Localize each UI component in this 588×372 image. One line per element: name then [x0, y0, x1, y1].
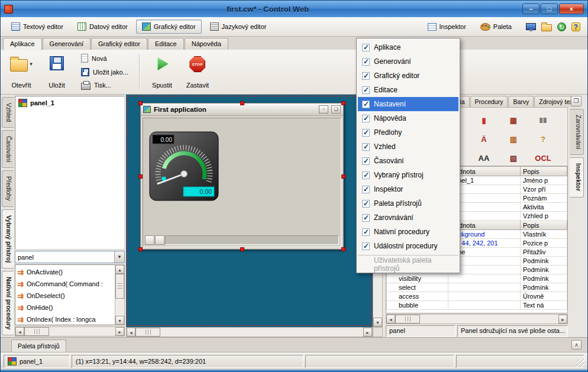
menu-item[interactable]: Událostní procedury — [358, 239, 458, 253]
tab-predlohy[interactable]: Předlohy — [2, 170, 14, 206]
chevron-down-icon[interactable] — [114, 251, 124, 263]
selection-handle[interactable] — [341, 247, 345, 251]
design-canvas[interactable]: First application ▫ ❏ — [126, 95, 383, 337]
tab-casovani[interactable]: Časování — [2, 130, 14, 168]
tab-paleta-pristroju[interactable]: Paleta přístrojů — [11, 339, 66, 352]
left-panel-scrollbar[interactable] — [15, 326, 125, 337]
close-button[interactable]: × — [559, 4, 584, 14]
scroll-left-icon[interactable] — [386, 315, 395, 324]
open-button[interactable]: ▾ Otevřít — [5, 51, 37, 92]
scroll-right-icon[interactable] — [363, 328, 372, 337]
print-button[interactable]: Tisk... — [79, 79, 131, 91]
procedure-item[interactable]: OnCommand( Command : — [17, 278, 114, 290]
selector-input[interactable] — [15, 251, 114, 263]
procedure-item[interactable]: OnIndex( Index : longca — [17, 313, 114, 325]
save-as-button[interactable]: Uložit jako... — [79, 66, 131, 78]
tree-item-panel1[interactable]: panel_1 — [17, 98, 122, 108]
menu-item[interactable]: Časování — [358, 154, 458, 168]
tab-graficky-editor[interactable]: Grafický editor — [91, 38, 147, 50]
menu-item[interactable]: Předlohy — [358, 125, 458, 140]
menu-item[interactable]: Paleta přístrojů — [358, 196, 458, 211]
selection-handle[interactable] — [138, 174, 143, 179]
selection-handle[interactable] — [341, 174, 345, 179]
tab-zarovnavani[interactable]: Zarovnávání — [570, 109, 584, 155]
menu-item[interactable]: Zarovnávání — [358, 211, 458, 225]
thermometer-icon[interactable]: ▮ — [482, 117, 486, 124]
menu-item[interactable]: Aplikace — [358, 40, 458, 54]
refresh-icon[interactable]: ↻ — [557, 22, 566, 31]
canvas-horizontal-scrollbar[interactable] — [126, 327, 373, 337]
float-panel-icon[interactable]: ❐ — [571, 96, 581, 106]
property-row[interactable]: select Podmínk — [387, 283, 567, 292]
menu-item[interactable]: Inspektor — [358, 182, 458, 196]
run-button[interactable]: Spustit — [146, 51, 178, 92]
table-query-icon[interactable]: ▥ — [510, 135, 517, 143]
chevron-down-icon[interactable]: ▾ — [30, 61, 33, 67]
scroll-thumb[interactable] — [135, 328, 160, 337]
preview-maximize-button[interactable]: ❏ — [331, 105, 341, 114]
scroll-down-icon[interactable] — [115, 316, 124, 325]
instrument-tree[interactable]: panel_1 — [15, 96, 125, 250]
resize-grip[interactable] — [577, 359, 585, 367]
tab-editace[interactable]: Editace — [148, 38, 184, 50]
instrument-selector[interactable] — [15, 251, 125, 263]
preview-titlebar[interactable]: First application ▫ ❏ — [141, 103, 343, 116]
scroll-thumb[interactable] — [115, 274, 124, 299]
tab-generovani[interactable]: Generování — [43, 38, 91, 50]
menu-item[interactable]: Nastavení — [358, 97, 458, 111]
inspector-toggle-button[interactable]: Inspektor — [422, 20, 472, 34]
scroll-up-icon[interactable] — [115, 265, 124, 274]
scroll-left-icon[interactable] — [127, 328, 135, 337]
tab-nativni-procedury[interactable]: Nativní procedury — [2, 271, 14, 335]
new-button[interactable]: Nová — [79, 53, 131, 64]
tab-procedury[interactable]: Procedury — [470, 96, 508, 107]
tab-text-editor[interactable]: Textový editor — [5, 20, 69, 34]
tab-vzhled[interactable]: Vzhled — [2, 97, 14, 128]
selection-handle[interactable] — [341, 101, 345, 105]
selection-handle[interactable] — [138, 101, 143, 105]
help-icon[interactable]: ? — [541, 135, 545, 143]
menu-item[interactable]: Vzhled — [358, 140, 458, 154]
selection-handle[interactable] — [240, 247, 244, 251]
maximize-button[interactable]: □ — [541, 4, 558, 14]
tab-graphic-editor[interactable]: Grafický editor — [136, 20, 202, 34]
menu-item[interactable]: Uživatelská paleta přístrojů — [358, 255, 458, 271]
procedure-item[interactable]: OnHide() — [17, 302, 114, 313]
preview-scrollbar[interactable] — [145, 235, 339, 245]
font-small-icon[interactable]: Ä — [481, 135, 486, 143]
tab-data-editor[interactable]: Datový editor — [72, 20, 134, 34]
save-button[interactable]: Uložit — [41, 51, 73, 92]
tab-aplikace[interactable]: Aplikace — [3, 38, 42, 50]
menu-item[interactable]: Nápověda — [358, 111, 458, 125]
menu-item[interactable]: Generování — [358, 54, 458, 69]
menu-item[interactable]: Grafický editor — [358, 69, 458, 83]
font-large-icon[interactable]: AA — [479, 154, 490, 162]
menu-item[interactable]: Editace — [358, 83, 458, 97]
table-small-icon[interactable]: ▧ — [510, 154, 517, 162]
property-row[interactable]: bubble Text ná — [387, 301, 567, 310]
palette-toggle-button[interactable]: Paleta — [474, 20, 518, 34]
tab-language-editor[interactable]: Jazykový editor — [204, 20, 273, 34]
scroll-button[interactable] — [145, 235, 154, 245]
scroll-right-icon[interactable] — [558, 315, 567, 324]
table-edit-icon[interactable]: ▦ — [510, 117, 517, 124]
selection-handle[interactable] — [138, 247, 143, 251]
property-row[interactable]: access Úrovně — [387, 292, 567, 301]
app-preview-window[interactable]: First application ▫ ❏ — [140, 103, 344, 250]
scroll-thumb[interactable] — [24, 327, 49, 336]
barcode-icon[interactable]: ‖‖ — [539, 117, 547, 124]
scroll-button[interactable] — [155, 235, 164, 245]
scroll-down-icon[interactable] — [373, 318, 382, 326]
menu-item[interactable]: Nativní procedury — [358, 225, 458, 239]
ocl-icon[interactable]: OCL — [535, 154, 551, 162]
expand-up-icon[interactable]: ∧ — [571, 340, 581, 350]
scroll-left-icon[interactable] — [15, 327, 24, 336]
tab-barvy[interactable]: Barvy — [508, 96, 534, 107]
preview-client-area[interactable]: 0.00 0.00 — [143, 118, 341, 247]
procedure-item[interactable]: OnActivate() — [17, 266, 114, 278]
library-folder-icon[interactable] — [541, 24, 552, 31]
procedures-scrollbar[interactable] — [115, 264, 125, 325]
minimize-button[interactable]: – — [522, 4, 539, 14]
titlebar[interactable]: first.cw* - Control Web – □ × — [1, 1, 587, 17]
meter-widget[interactable]: 0.00 0.00 — [149, 131, 219, 201]
